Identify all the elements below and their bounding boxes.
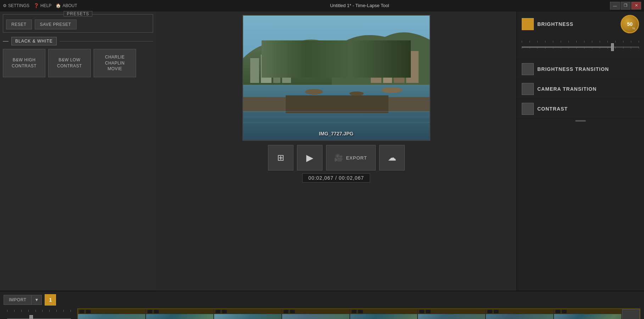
save-preset-button[interactable]: SAVE PRESET bbox=[35, 19, 77, 29]
tick bbox=[576, 41, 577, 43]
brightness-transition-label: BRIGHTNESS TRANSITION bbox=[537, 66, 609, 72]
filmstrip-frames bbox=[78, 309, 622, 319]
tick bbox=[63, 310, 64, 312]
main-area: PRESETS RESET SAVE PRESET — BLACK & WHIT… bbox=[0, 11, 644, 291]
export-button[interactable]: 🎥 EXPORT bbox=[326, 145, 376, 170]
settings-icon: ⚙ bbox=[3, 3, 7, 8]
preset-charlie[interactable]: CHARLIE CHAPLIN MOVIE bbox=[94, 49, 136, 77]
svg-rect-5 bbox=[282, 56, 291, 83]
brightness-knob[interactable]: 50 bbox=[621, 15, 639, 33]
sprocket-top bbox=[214, 309, 281, 314]
tick bbox=[545, 41, 545, 43]
play-button[interactable]: ▶ bbox=[297, 145, 323, 170]
preset-bw-high[interactable]: B&W HIGH CONTRAST bbox=[3, 49, 45, 77]
help-nav[interactable]: ❓ HELP bbox=[34, 3, 51, 8]
film-frame[interactable] bbox=[146, 309, 214, 319]
title-bar: ⚙ SETTINGS ❓ HELP 🏠 ABOUT Untitled 1* - … bbox=[0, 0, 644, 11]
brightness-header: BRIGHTNESS 50 bbox=[517, 11, 644, 37]
maximize-button[interactable]: ❐ bbox=[621, 2, 631, 10]
film-frame[interactable] bbox=[486, 309, 554, 319]
svg-point-14 bbox=[381, 87, 403, 93]
tick bbox=[35, 310, 36, 312]
tick bbox=[522, 41, 522, 43]
speed-slider-handle[interactable] bbox=[29, 315, 33, 319]
filmstrip-next-button[interactable]: ❯ bbox=[622, 309, 640, 319]
tick bbox=[576, 47, 577, 49]
tick bbox=[592, 41, 592, 43]
brightness-toggle[interactable] bbox=[522, 18, 534, 30]
tick bbox=[14, 310, 15, 312]
preview-svg bbox=[243, 16, 430, 140]
svg-rect-17 bbox=[243, 122, 430, 123]
camera-transition-label: CAMERA TRANSITION bbox=[537, 86, 597, 92]
slideshow-button[interactable]: ⊞ bbox=[268, 145, 293, 170]
timeline-controls: IMPORT ▼ 1 bbox=[0, 291, 644, 308]
sprocket-hole bbox=[86, 310, 91, 313]
tick bbox=[71, 310, 71, 312]
tick bbox=[553, 47, 553, 49]
center-panel: IMG_7727.JPG ⊞ ▶ 🎥 EXPORT ☁ 00:02,067 / … bbox=[156, 11, 516, 291]
tick bbox=[607, 41, 608, 43]
camera-transition-toggle[interactable] bbox=[522, 83, 534, 95]
close-button[interactable]: ✕ bbox=[631, 2, 641, 10]
about-icon: 🏠 bbox=[56, 3, 61, 8]
about-nav[interactable]: 🏠 ABOUT bbox=[56, 3, 77, 8]
contrast-row: CONTRAST bbox=[517, 99, 644, 119]
settings-nav[interactable]: ⚙ SETTINGS bbox=[3, 3, 29, 8]
sprocket-hole bbox=[419, 310, 424, 313]
collapse-bw-icon[interactable]: — bbox=[3, 38, 9, 44]
timecode-display: 00:02,067 / 00:02,067 bbox=[302, 173, 370, 183]
svg-rect-4 bbox=[273, 60, 280, 83]
play-icon: ▶ bbox=[306, 152, 313, 163]
tick bbox=[615, 47, 616, 49]
import-dropdown[interactable]: ▼ bbox=[32, 295, 42, 305]
tick bbox=[537, 41, 538, 43]
preset-bw-low[interactable]: B&W LOW CONTRAST bbox=[48, 49, 91, 77]
film-frame[interactable] bbox=[554, 309, 622, 319]
brightness-slider-area bbox=[517, 37, 644, 59]
brightness-transition-toggle[interactable] bbox=[522, 63, 534, 75]
export-label: EXPORT bbox=[346, 155, 367, 161]
reset-button[interactable]: RESET bbox=[6, 19, 32, 29]
svg-rect-7 bbox=[383, 53, 392, 83]
minimize-button[interactable]: — bbox=[610, 2, 620, 10]
import-button[interactable]: IMPORT bbox=[4, 295, 32, 305]
brightness-transition-row: BRIGHTNESS TRANSITION bbox=[517, 59, 644, 79]
svg-rect-3 bbox=[261, 55, 271, 83]
sprocket-hole bbox=[79, 310, 84, 313]
tick bbox=[584, 41, 584, 43]
speed-control: SLOW FAST bbox=[4, 308, 74, 319]
track-number-badge: 1 bbox=[45, 294, 56, 306]
upload-button[interactable]: ☁ bbox=[379, 145, 405, 170]
tick bbox=[600, 41, 600, 43]
sprocket-top bbox=[418, 309, 485, 314]
svg-point-13 bbox=[349, 91, 364, 96]
tick bbox=[49, 310, 50, 312]
svg-rect-15 bbox=[243, 111, 430, 112]
sprocket-top bbox=[146, 309, 213, 314]
sprocket-top bbox=[554, 309, 621, 314]
tick bbox=[623, 47, 623, 49]
svg-rect-8 bbox=[394, 56, 404, 83]
film-frame[interactable] bbox=[418, 309, 486, 319]
sprocket-hole bbox=[352, 310, 357, 313]
sprocket-hole bbox=[154, 310, 159, 313]
sprocket-top bbox=[350, 309, 418, 314]
film-frame[interactable] bbox=[282, 309, 350, 319]
film-frame[interactable] bbox=[214, 309, 282, 319]
contrast-toggle[interactable] bbox=[522, 103, 534, 115]
tick bbox=[530, 41, 530, 43]
film-frame[interactable] bbox=[78, 309, 146, 319]
tick bbox=[561, 47, 561, 49]
tick bbox=[631, 41, 631, 43]
bw-section-title: BLACK & WHITE bbox=[11, 37, 57, 45]
sprocket-hole bbox=[555, 310, 560, 313]
sprocket-top bbox=[78, 309, 145, 314]
tick bbox=[592, 47, 592, 49]
tick bbox=[21, 310, 22, 312]
window-controls: — ❐ ✕ bbox=[610, 2, 641, 10]
sprocket-hole bbox=[487, 310, 492, 313]
tick bbox=[569, 41, 569, 43]
film-frame[interactable] bbox=[350, 309, 418, 319]
sprocket-top bbox=[282, 309, 349, 314]
